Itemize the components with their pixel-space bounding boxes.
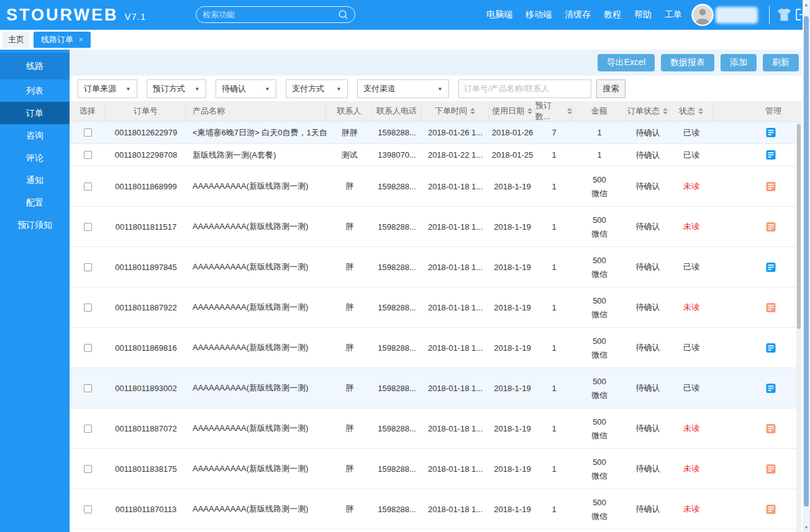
keyword-input[interactable] bbox=[458, 79, 591, 98]
cell-use-date: 2018-1-19 bbox=[489, 408, 535, 448]
order-doc-icon[interactable] bbox=[766, 182, 776, 191]
order-doc-icon[interactable] bbox=[766, 384, 776, 393]
row-checkbox[interactable] bbox=[84, 263, 92, 271]
add-button[interactable]: 添加 bbox=[721, 54, 757, 71]
row-checkbox[interactable] bbox=[84, 128, 92, 137]
order-doc-icon[interactable] bbox=[766, 343, 776, 353]
column-header-order-status[interactable]: 订单状态 bbox=[626, 101, 670, 121]
order-doc-icon[interactable] bbox=[766, 150, 776, 160]
nav-link-mobile[interactable]: 移动端 bbox=[526, 9, 552, 20]
nav-link-tutorial[interactable]: 教程 bbox=[604, 9, 621, 20]
sort-icon[interactable] bbox=[698, 108, 703, 114]
tab-home[interactable]: 主页 bbox=[2, 32, 30, 48]
sidebar-item-booking-notes[interactable]: 预订须知 bbox=[0, 214, 70, 236]
column-header-use-date[interactable]: 使用日期 bbox=[489, 101, 535, 121]
window-scrollbar-track[interactable]: ▲ ▼ bbox=[803, 0, 810, 532]
column-header-product[interactable]: 产品名称 bbox=[186, 101, 326, 121]
cell-contact: 胖 bbox=[326, 328, 373, 367]
nav-link-ticket[interactable]: 工单 bbox=[665, 9, 682, 20]
cell-manage bbox=[713, 287, 796, 327]
cell-quantity: 1 bbox=[535, 408, 573, 448]
row-checkbox[interactable] bbox=[84, 151, 92, 159]
sidebar-item-inquiry[interactable]: 咨询 bbox=[0, 124, 70, 147]
sort-icon[interactable] bbox=[663, 108, 668, 114]
cell-manage bbox=[713, 144, 796, 166]
cell-order-status: 待确认 bbox=[626, 489, 670, 529]
sidebar-item-comments[interactable]: 评论 bbox=[0, 147, 70, 169]
column-header-phone[interactable]: 联系人电话 bbox=[373, 101, 421, 121]
cell-order-no: 00118011811517 bbox=[106, 207, 186, 246]
order-doc-icon[interactable] bbox=[766, 464, 776, 474]
sort-icon[interactable] bbox=[470, 108, 475, 114]
column-header-contact[interactable]: 联系人 bbox=[326, 101, 373, 121]
table-scrollbar-track[interactable] bbox=[796, 122, 801, 532]
filter-select-booking-method[interactable]: 预订方式 ▼ bbox=[147, 79, 206, 98]
column-header-read-status[interactable]: 状态 bbox=[670, 101, 713, 121]
cell-contact: 胖 bbox=[326, 166, 373, 206]
close-tab-icon[interactable]: × bbox=[79, 35, 83, 44]
cell-order-status: 待确认 bbox=[626, 247, 670, 287]
sort-icon[interactable] bbox=[567, 108, 572, 114]
cell-amount: 500 微信 bbox=[573, 489, 626, 529]
column-header-manage[interactable]: 管理 bbox=[713, 101, 801, 121]
row-checkbox[interactable] bbox=[84, 344, 92, 352]
search-icon[interactable] bbox=[338, 9, 348, 20]
order-doc-icon[interactable] bbox=[766, 303, 776, 312]
cell-contact-phone: 1598288... bbox=[373, 166, 421, 206]
amount-value: 1 bbox=[597, 151, 601, 159]
row-checkbox[interactable] bbox=[84, 183, 92, 191]
sidebar-item-orders[interactable]: 订单 bbox=[0, 102, 70, 124]
nav-link-help[interactable]: 帮助 bbox=[634, 9, 652, 20]
pay-channel: 微信 bbox=[591, 472, 608, 480]
column-header-order-time[interactable]: 下单时间 bbox=[421, 101, 489, 121]
row-checkbox[interactable] bbox=[84, 304, 92, 312]
column-header-amount[interactable]: 金额 bbox=[573, 101, 626, 121]
row-checkbox[interactable] bbox=[84, 384, 92, 392]
filter-select-confirm-status[interactable]: 待确认 ▼ bbox=[216, 79, 276, 98]
nav-link-pc[interactable]: 电脑端 bbox=[486, 9, 512, 20]
row-checkbox[interactable] bbox=[84, 425, 92, 433]
cell-quantity: 1 bbox=[535, 328, 573, 367]
filter-select-payment-channel[interactable]: 支付渠道 ▼ bbox=[357, 79, 449, 98]
column-header-select[interactable]: 选择 bbox=[70, 101, 106, 121]
refresh-button[interactable]: 刷新 bbox=[763, 54, 799, 71]
row-checkbox[interactable] bbox=[84, 223, 92, 231]
column-label: 预订数... bbox=[535, 100, 564, 122]
column-header-order-no[interactable]: 订单号 bbox=[106, 101, 186, 121]
cell-amount: 1 bbox=[573, 144, 626, 166]
scroll-up-icon[interactable]: ▲ bbox=[803, 2, 810, 7]
sidebar-item-list[interactable]: 列表 bbox=[0, 79, 70, 102]
search-button[interactable]: 搜索 bbox=[596, 79, 626, 98]
tab-label: 线路订单 bbox=[41, 34, 73, 45]
filter-select-order-source[interactable]: 订单来源 ▼ bbox=[78, 79, 137, 98]
sort-icon[interactable] bbox=[527, 108, 532, 114]
sidebar-item-notices[interactable]: 通知 bbox=[0, 169, 70, 191]
filter-select-payment-method[interactable]: 支付方式 ▼ bbox=[286, 79, 348, 98]
search-input[interactable] bbox=[202, 10, 338, 19]
sidebar-item-config[interactable]: 配置 bbox=[0, 191, 70, 214]
row-checkbox[interactable] bbox=[84, 505, 92, 513]
column-header-qty[interactable]: 预订数... bbox=[535, 101, 573, 121]
column-label: 订单号 bbox=[134, 106, 158, 117]
sidebar-item-route[interactable]: 线路 bbox=[0, 53, 70, 79]
cell-read-status: 未读 bbox=[670, 408, 713, 448]
window-scrollbar-thumb[interactable] bbox=[804, 16, 809, 507]
cell-amount: 500 微信 bbox=[573, 247, 626, 287]
export-excel-button[interactable]: 导出Excel bbox=[598, 54, 655, 71]
scroll-down-icon[interactable]: ▼ bbox=[803, 525, 810, 530]
cell-order-time: 2018-01-18 1... bbox=[421, 247, 489, 287]
order-doc-icon[interactable] bbox=[766, 222, 776, 232]
theme-tshirt-icon[interactable] bbox=[777, 8, 791, 21]
table-scrollbar-thumb[interactable] bbox=[797, 124, 801, 329]
order-doc-icon[interactable] bbox=[766, 424, 776, 433]
avatar[interactable] bbox=[691, 4, 714, 26]
cell-read-status: 已读 bbox=[670, 328, 713, 367]
nav-link-clear-cache[interactable]: 清缓存 bbox=[565, 9, 591, 20]
order-doc-icon[interactable] bbox=[766, 263, 776, 272]
order-doc-icon[interactable] bbox=[766, 505, 776, 514]
order-doc-icon[interactable] bbox=[766, 128, 776, 137]
tab-route-orders[interactable]: 线路订单 × bbox=[34, 32, 91, 48]
cell-quantity: 1 bbox=[535, 166, 573, 206]
data-report-button[interactable]: 数据报表 bbox=[661, 54, 714, 71]
row-checkbox[interactable] bbox=[84, 465, 92, 473]
